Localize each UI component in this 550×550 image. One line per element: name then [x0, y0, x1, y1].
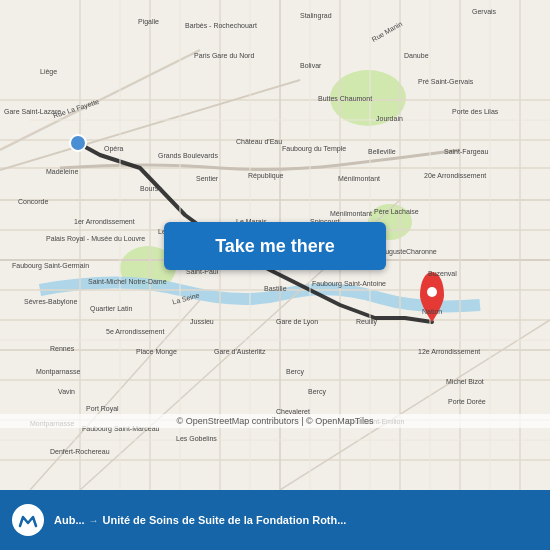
- footer-arrow: →: [89, 514, 99, 527]
- label-faubourg-temple: Faubourg du Temple: [282, 145, 346, 152]
- label-charonne: Charonne: [406, 248, 437, 255]
- label-buzenval: Buzenval: [428, 270, 457, 277]
- footer-text-container: Aub... → Unité de Soins de Suite de la F…: [54, 513, 538, 527]
- label-gobelins: Les Gobelins: [176, 435, 217, 442]
- label-gare-austerlitz: Gare d'Austerlitz: [214, 348, 266, 355]
- label-opera: Opéra: [104, 145, 123, 152]
- label-porte-doree: Porte Dorée: [448, 398, 486, 405]
- label-stalingrad: Stalingrad: [300, 12, 332, 19]
- label-sevres: Sèvres-Babylone: [24, 298, 77, 305]
- footer-from-value: Aub...: [54, 513, 85, 527]
- map-attribution: © OpenStreetMap contributors | © OpenMap…: [0, 414, 550, 428]
- label-bolivar: Bolivar: [300, 62, 321, 69]
- label-saint-fargeau: Saint-Fargeau: [444, 148, 488, 155]
- label-gare-lyon: Gare de Lyon: [276, 318, 318, 325]
- label-chateau-eau: Château d'Eau: [236, 138, 282, 145]
- footer-to-value: Unité de Soins de Suite de la Fondation …: [103, 513, 347, 527]
- label-jourdain: Jourdain: [376, 115, 403, 122]
- label-bercy-2: Bercy: [308, 388, 326, 395]
- label-danube: Danube: [404, 52, 429, 59]
- label-faubourg-sa: Faubourg Saint-Antoine: [312, 280, 386, 287]
- label-belleville: Belleville: [368, 148, 396, 155]
- map-container: Pigalle Barbès - Rochechouart Stalingrad…: [0, 0, 550, 490]
- label-sentier: Sentier: [196, 175, 218, 182]
- label-reuilly: Reuilly: [356, 318, 377, 325]
- label-nation: Nation: [422, 308, 442, 315]
- label-paris-nord: Paris Gare du Nord: [194, 52, 254, 59]
- label-pere-lachaise: Père Lachaise: [374, 208, 419, 215]
- label-denfert: Denfert-Rochereau: [50, 448, 110, 455]
- label-michel-bizot: Michel Bizot: [446, 378, 484, 385]
- label-menilmontant-1: Ménilmontant: [338, 175, 380, 182]
- label-liege: Liège: [40, 68, 57, 75]
- label-12e: 12e Arrondissement: [418, 348, 480, 355]
- label-palais-royal: Palais Royal - Musée du Louvre: [46, 235, 145, 242]
- label-quartier-latin: Quartier Latin: [90, 305, 132, 312]
- label-pigalle: Pigalle: [138, 18, 159, 25]
- label-republique: République: [248, 172, 283, 179]
- label-1er: 1er Arrondissement: [74, 218, 135, 225]
- moovit-logo-circle: [12, 504, 44, 536]
- label-gervais: Gervais: [472, 8, 496, 15]
- take-me-there-button[interactable]: Take me there: [164, 222, 386, 270]
- label-vavin: Vavin: [58, 388, 75, 395]
- footer-bar: Aub... → Unité de Soins de Suite de la F…: [0, 490, 550, 550]
- label-porte-lilas: Porte des Lilas: [452, 108, 498, 115]
- moovit-logo: [12, 504, 44, 536]
- label-pre-saint-gervais: Pré Saint-Gervais: [418, 78, 473, 85]
- label-montparnasse-1: Montparnasse: [36, 368, 80, 375]
- label-saint-michel: Saint-Michel Notre-Dame: [88, 278, 167, 285]
- label-bastille-2: Bastille: [264, 285, 287, 292]
- label-bercy-1: Bercy: [286, 368, 304, 375]
- label-buttes-chaumont: Buttes Chaumont: [318, 95, 372, 102]
- label-concorde: Concorde: [18, 198, 48, 205]
- label-grands-boulevards: Grands Boulevards: [158, 152, 218, 159]
- label-bourse: Bourse: [140, 185, 162, 192]
- label-faubourg-sg: Faubourg Saint-Germain: [12, 262, 89, 269]
- label-20e: 20e Arrondissement: [424, 172, 486, 179]
- label-barbes: Barbès - Rochechouart: [185, 22, 257, 29]
- label-5e: 5e Arrondissement: [106, 328, 164, 335]
- label-port-royal: Port Royal: [86, 405, 119, 412]
- label-jussieu: Jussieu: [190, 318, 214, 325]
- label-madeleine: Madeleine: [46, 168, 78, 175]
- label-place-monge: Place Monge: [136, 348, 177, 355]
- label-menilmontant-2: Ménilmontant: [330, 210, 372, 217]
- label-rennes: Rennes: [50, 345, 74, 352]
